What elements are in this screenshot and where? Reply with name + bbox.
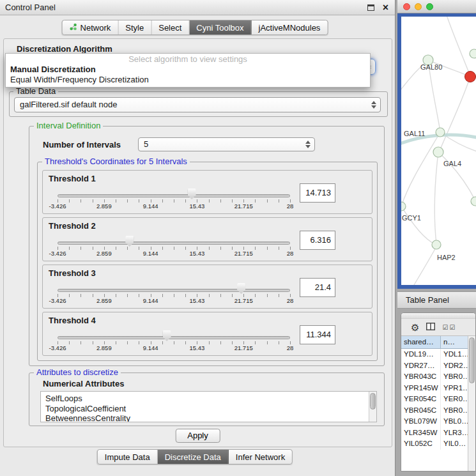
attribute-item[interactable]: SelfLoops bbox=[45, 394, 376, 404]
control-panel-tabs: Network Style Select Cyni Toolbox jActiv… bbox=[62, 20, 328, 35]
table-row[interactable]: YBR045CYBR0… bbox=[401, 405, 468, 417]
tab-select[interactable]: Select bbox=[151, 20, 189, 35]
slider-scale-label: 15.43 bbox=[190, 250, 205, 257]
slider-scale-label: 28 bbox=[287, 297, 294, 304]
float-window-icon[interactable] bbox=[367, 4, 374, 11]
threshold-4-slider-track[interactable] bbox=[58, 336, 290, 339]
tab-label: Impute Data bbox=[105, 452, 150, 462]
node-label-hap2: HAP2 bbox=[437, 254, 456, 261]
table-row[interactable]: YBL079WYBL0… bbox=[401, 416, 468, 427]
table-cell: YDL19… bbox=[401, 349, 441, 360]
discretization-algorithm-label: Discretization Algorithm bbox=[14, 44, 115, 54]
node-table-rows: YDL19…YDL1…YDR27…YDR2…YBR043CYBR0…YPR145… bbox=[401, 349, 468, 471]
threshold-4-value-field[interactable]: 11.344 bbox=[300, 325, 335, 344]
tab-label: Infer Network bbox=[236, 452, 285, 462]
threshold-1-slider-track[interactable] bbox=[58, 194, 290, 197]
threshold-3-value-field[interactable]: 21.4 bbox=[300, 278, 335, 297]
table-row[interactable]: YBR043CYBR0… bbox=[401, 371, 468, 383]
threshold-2-box: Threshold 2 -3.4262.8599.14415.4321.7152… bbox=[42, 217, 372, 261]
slider-scale-label: 2.859 bbox=[96, 344, 112, 351]
slider-scale-label: 21.715 bbox=[234, 344, 253, 351]
tab-infer-network[interactable]: Infer Network bbox=[229, 450, 292, 464]
slider-scale: -3.4262.8599.14415.4321.71528 bbox=[58, 297, 290, 305]
slider-scale-label: 21.715 bbox=[234, 203, 253, 210]
network-canvas[interactable]: GAL80 GAL11 GAL4 GCY1 HAP2 bbox=[401, 17, 476, 285]
table-row[interactable]: YLR345WYLR3… bbox=[401, 427, 468, 439]
selected-node[interactable] bbox=[465, 72, 476, 82]
select-rows-icons[interactable]: ☑☑ bbox=[442, 324, 456, 331]
table-scrollbar[interactable] bbox=[468, 336, 475, 471]
node-table-window: ⚙ ☑☑ shared… n… YDL19…YDL1…YDR27…YDR2…YB… bbox=[401, 312, 476, 472]
table-row[interactable]: YDR27…YDR2… bbox=[401, 360, 468, 372]
threshold-1-value-field[interactable]: 14.713 bbox=[300, 183, 335, 203]
scrollbar-thumb[interactable] bbox=[370, 393, 376, 410]
numerical-attributes-label: Numerical Attributes bbox=[40, 379, 127, 388]
threshold-2-value-field[interactable]: 6.316 bbox=[300, 231, 335, 250]
table-cell: YIL052C bbox=[401, 438, 441, 450]
node-gcy1[interactable] bbox=[401, 202, 406, 211]
tab-cyni-toolbox[interactable]: Cyni Toolbox bbox=[189, 20, 251, 35]
table-row[interactable]: YIL052CYIL0… bbox=[401, 438, 468, 450]
tab-network[interactable]: Network bbox=[63, 20, 119, 35]
attribute-item[interactable]: BetweennessCentrality bbox=[45, 413, 376, 422]
close-traffic-icon[interactable] bbox=[403, 3, 410, 10]
gear-icon[interactable]: ⚙ bbox=[411, 323, 419, 332]
control-panel-window: Control Panel × Network Style Select Cyn… bbox=[0, 0, 395, 476]
threshold-4-label: Threshold 4 bbox=[49, 316, 96, 325]
node-gal4[interactable] bbox=[433, 147, 443, 157]
threshold-1-slider-thumb[interactable] bbox=[188, 188, 196, 199]
threshold-2-label: Threshold 2 bbox=[49, 221, 96, 231]
threshold-3-slider-thumb[interactable] bbox=[237, 283, 245, 294]
attribute-item[interactable]: TopologicalCoefficient bbox=[45, 404, 376, 414]
threshold-2-slider-thumb[interactable] bbox=[125, 236, 134, 247]
apply-button[interactable]: Apply bbox=[175, 429, 220, 443]
table-data-combobox[interactable]: galFiltered.sif default node bbox=[14, 97, 381, 112]
interval-definition-label: Interval Definition bbox=[34, 121, 103, 130]
tab-jactivemnodules[interactable]: jActiveMNodules bbox=[252, 20, 328, 35]
table-data-value: galFiltered.sif default node bbox=[20, 100, 117, 109]
tab-label: Cyni Toolbox bbox=[196, 23, 243, 33]
attributes-scrollbar[interactable] bbox=[369, 392, 376, 422]
zoom-traffic-icon[interactable] bbox=[426, 3, 433, 10]
column-header-name[interactable]: n… bbox=[441, 336, 468, 348]
number-of-intervals-combobox[interactable]: 5 bbox=[138, 137, 315, 151]
table-header-row: shared… n… bbox=[401, 336, 475, 349]
tab-style[interactable]: Style bbox=[118, 20, 151, 35]
table-cell: YBR0… bbox=[441, 405, 468, 417]
tab-label: Discretize Data bbox=[165, 452, 221, 462]
node-gal11[interactable] bbox=[436, 128, 445, 137]
table-cell: YIL0… bbox=[441, 438, 468, 450]
tab-impute-data[interactable]: Impute Data bbox=[98, 450, 158, 464]
threshold-3-label: Threshold 3 bbox=[49, 268, 96, 278]
close-icon[interactable]: × bbox=[383, 2, 388, 13]
table-cell: YLR3… bbox=[441, 427, 468, 439]
node[interactable] bbox=[470, 49, 476, 58]
algorithm-dropdown-popup: Select algorithm to view settings Manual… bbox=[5, 53, 371, 88]
slider-scale-label: 9.144 bbox=[143, 250, 158, 257]
column-header-shared-name[interactable]: shared… bbox=[401, 336, 441, 348]
dropdown-option-equal-width-frequency[interactable]: Equal Width/Frequency Discretization bbox=[6, 75, 370, 85]
tab-label: Select bbox=[158, 23, 181, 33]
table-cell: YPR145W bbox=[401, 383, 441, 394]
node[interactable] bbox=[471, 197, 476, 206]
table-row[interactable]: YER054CYER0… bbox=[401, 394, 468, 405]
table-row[interactable]: YPR145WYPR1… bbox=[401, 383, 468, 394]
slider-scale-label: 28 bbox=[287, 250, 294, 257]
table-row[interactable]: YDL19…YDL1… bbox=[401, 349, 468, 360]
dropdown-option-manual-discretization[interactable]: Manual Discretization bbox=[6, 65, 370, 75]
attributes-group-label: Attributes to discretize bbox=[34, 367, 121, 377]
node-label-gal80: GAL80 bbox=[420, 63, 442, 71]
slider-scale: -3.4262.8599.14415.4321.71528 bbox=[58, 250, 290, 258]
threshold-1-label: Threshold 1 bbox=[49, 174, 96, 183]
scrollbar-thumb[interactable] bbox=[469, 337, 475, 383]
minimize-traffic-icon[interactable] bbox=[415, 3, 422, 10]
tab-discretize-data[interactable]: Discretize Data bbox=[158, 450, 229, 464]
columns-icon[interactable] bbox=[426, 323, 435, 332]
node-hap2[interactable] bbox=[432, 240, 441, 249]
threshold-2-slider-track[interactable] bbox=[58, 242, 290, 245]
slider-scale-label: 28 bbox=[287, 344, 294, 351]
threshold-4-slider-thumb[interactable] bbox=[163, 330, 171, 341]
numerical-attributes-list[interactable]: SelfLoopsTopologicalCoefficientBetweenne… bbox=[40, 391, 377, 422]
threshold-3-slider-track[interactable] bbox=[58, 289, 290, 292]
combo-arrows-icon bbox=[305, 141, 311, 148]
